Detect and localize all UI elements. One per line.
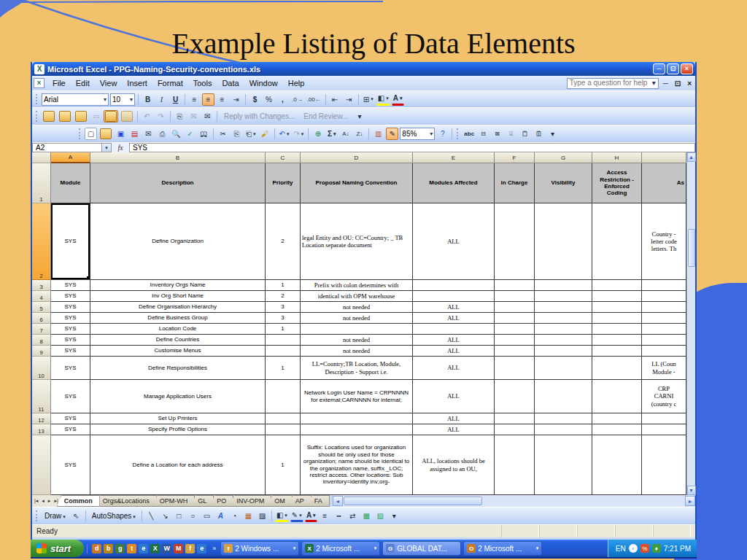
taskbar-button[interactable]: f2 Windows ...▾ [220, 541, 299, 556]
column-header-C[interactable]: C [266, 152, 301, 163]
header-cell[interactable]: in Charge [495, 163, 535, 203]
fill-color-icon[interactable]: ◧▾ [376, 93, 390, 106]
cell[interactable] [592, 435, 642, 495]
cell[interactable]: SYS [51, 291, 90, 302]
format-painter-icon[interactable]: 🖌 [259, 128, 271, 140]
cell[interactable]: SYS [51, 357, 90, 380]
end-review-button[interactable]: End Review... [300, 112, 352, 120]
cell[interactable]: SYS [51, 335, 90, 346]
cell[interactable] [495, 302, 535, 313]
scroll-right-icon[interactable]: ▸ [685, 496, 695, 506]
clock-icon[interactable]: t [127, 544, 136, 553]
insert-rows-icon[interactable]: ⍗ [505, 128, 517, 140]
cell[interactable]: SYS [51, 313, 90, 324]
shape-fill-icon[interactable]: ◧▾ [275, 510, 289, 522]
borders-icon[interactable]: ⊞▾ [362, 93, 375, 106]
cell[interactable]: Prefix with colon determines with [301, 280, 413, 291]
currency-icon[interactable]: $ [249, 93, 261, 106]
toolbar-grip[interactable] [36, 111, 39, 122]
cell[interactable]: Set Up Printers [90, 413, 266, 424]
header-cell[interactable]: Visibility [535, 163, 592, 203]
toolbar-grip[interactable] [457, 128, 460, 139]
cell[interactable] [495, 346, 535, 357]
column-header-H[interactable]: H [592, 152, 642, 163]
minimize-button[interactable]: ─ [653, 63, 665, 74]
row-header-12[interactable]: 12 [32, 413, 51, 424]
vertical-scroll-thumb[interactable] [688, 229, 695, 267]
cell[interactable]: ALL [413, 203, 495, 280]
cell[interactable]: 1 [266, 280, 301, 291]
cell[interactable]: 1 [266, 357, 301, 380]
cell[interactable]: Define Organisation Hierarchy [90, 302, 266, 313]
cell[interactable] [495, 280, 535, 291]
taskbar-button[interactable]: GGLOBAL DAT... [382, 541, 461, 556]
scroll-up-icon[interactable]: ▲ [687, 152, 696, 162]
language-indicator[interactable]: EN [616, 545, 626, 553]
line-style-icon[interactable]: ≡ [319, 510, 331, 522]
task-dropdown-icon[interactable]: ▾ [536, 545, 539, 551]
ie2-icon[interactable]: e [197, 544, 206, 553]
cell[interactable] [495, 313, 535, 324]
cell[interactable]: LL (Coun Module - [642, 357, 686, 380]
taskbar-button[interactable]: O2 Microsoft ...▾ [463, 541, 542, 556]
toolbar-grip[interactable] [36, 510, 39, 521]
font-color-icon[interactable]: A▾ [392, 93, 404, 106]
draw-font-color-icon[interactable]: A▾ [305, 510, 317, 522]
cell[interactable]: ALL [413, 346, 495, 357]
cell[interactable]: Location Code [90, 324, 266, 335]
zoom-combo[interactable]: 85%▾ [400, 128, 435, 140]
autosum-icon[interactable]: Σ▾ [325, 128, 338, 140]
cell[interactable]: 1 [266, 324, 301, 335]
cell[interactable] [642, 302, 686, 313]
calendar-icon[interactable]: 🗓 [533, 128, 545, 140]
select-objects-icon[interactable]: ⇖ [70, 510, 82, 522]
cell[interactable] [535, 435, 592, 495]
column-header-clipped[interactable] [642, 152, 686, 163]
horizontal-scrollbar[interactable]: ◂ ▸ [333, 495, 695, 507]
column-header-F[interactable]: F [495, 152, 535, 163]
italic-icon[interactable]: I [155, 93, 168, 106]
start-button[interactable]: start [31, 540, 84, 557]
cell[interactable] [301, 413, 413, 424]
row-header-2[interactable]: 2 [32, 203, 51, 280]
cell[interactable]: 2 [266, 291, 301, 302]
cell[interactable] [495, 203, 535, 280]
cell[interactable]: LL=Country;TB Location, Module, Descript… [301, 357, 413, 380]
cell[interactable] [642, 413, 686, 424]
cell[interactable]: Define Organization [90, 203, 266, 280]
cell[interactable]: SYS [51, 280, 90, 291]
cell[interactable] [642, 313, 686, 324]
align-center-icon[interactable]: ≡ [202, 93, 214, 106]
insert-cells-icon[interactable]: ⊟ [477, 128, 489, 140]
cell[interactable]: SYS [51, 346, 90, 357]
formula-input[interactable]: SYS [129, 143, 695, 152]
doc-close-button[interactable]: × [685, 79, 694, 88]
word-icon[interactable]: W [162, 544, 171, 553]
cell[interactable]: Country - letter code letters. Th [642, 203, 686, 280]
dash-style-icon[interactable]: ╍ [333, 510, 345, 522]
cell[interactable] [535, 203, 592, 280]
cell[interactable] [413, 291, 495, 302]
autocorrect-icon[interactable]: abc [462, 128, 476, 140]
folder1-icon[interactable] [42, 110, 56, 122]
undo-icon[interactable]: ↶▾ [278, 128, 291, 140]
cell[interactable] [495, 413, 535, 424]
toolbar-grip[interactable] [79, 128, 82, 139]
email-icon[interactable]: ✉ [142, 128, 155, 140]
cell[interactable] [592, 357, 642, 380]
cell[interactable] [266, 335, 301, 346]
cell[interactable]: Customise Menus [90, 346, 266, 357]
copy-icon[interactable]: ⎘ [231, 128, 243, 140]
cell[interactable]: ALL [413, 357, 495, 380]
column-header-G[interactable]: G [535, 152, 592, 163]
row-header-13[interactable]: 13 [32, 424, 51, 435]
font-name-combo[interactable]: Arial▾ [42, 93, 109, 106]
show-comments-icon[interactable] [104, 110, 118, 122]
comma-icon[interactable]: , [276, 93, 289, 106]
update-file-icon[interactable]: ⎘ [174, 110, 186, 122]
header-cell[interactable]: Proposal Naming Convention [301, 163, 413, 203]
clipart-icon[interactable]: ▦ [242, 510, 255, 522]
previous-comment-icon[interactable]: ↶ [141, 110, 153, 122]
sheet-tab-orgs&locations[interactable]: Orgs&Locations [96, 495, 157, 507]
row-header-8[interactable]: 8 [32, 335, 51, 346]
